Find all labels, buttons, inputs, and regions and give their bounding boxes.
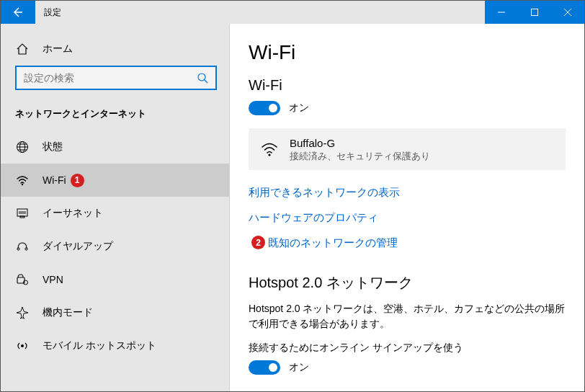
sidebar-item-hotspot[interactable]: モバイル ホットスポット — [1, 329, 229, 362]
sidebar-item-label: ダイヤルアップ — [43, 240, 113, 253]
annotation-badge-1: 1 — [71, 174, 84, 187]
svg-rect-6 — [20, 216, 24, 218]
hotspot-toggle-title: 接続するためにオンライン サインアップを使う — [249, 342, 566, 355]
svg-rect-8 — [25, 248, 27, 250]
wifi-signal-icon — [259, 140, 280, 159]
sidebar-home[interactable]: ホーム — [1, 32, 229, 66]
wifi-icon — [15, 173, 30, 187]
svg-point-1 — [198, 74, 205, 81]
window-title: 設定 — [35, 6, 61, 19]
sidebar-item-label: イーサネット — [43, 207, 103, 220]
hotspot-toggle[interactable] — [249, 360, 280, 375]
sidebar-item-status[interactable]: 状態 — [1, 130, 229, 164]
svg-point-12 — [268, 154, 270, 156]
sidebar-item-label: 状態 — [43, 141, 63, 153]
svg-point-10 — [24, 280, 28, 285]
globe-icon — [15, 140, 30, 154]
network-name: Buffalo-G — [290, 136, 430, 151]
network-status: 接続済み、セキュリティ保護あり — [290, 151, 430, 163]
minimize-button[interactable] — [485, 1, 518, 24]
svg-point-11 — [21, 344, 24, 347]
close-button[interactable] — [551, 1, 584, 24]
annotation-badge-2: 2 — [251, 236, 265, 249]
hotspot-description: Hotspot 2.0 ネットワークは、空港、ホテル、カフェなどの公共の場所で利… — [249, 301, 566, 331]
wifi-section-title: Wi-Fi — [249, 77, 566, 94]
airplane-icon — [15, 306, 30, 320]
dialup-icon — [15, 239, 30, 254]
wifi-toggle[interactable] — [249, 101, 280, 115]
sidebar-item-wifi[interactable]: Wi-Fi 1 — [1, 164, 229, 197]
search-input-wrap[interactable] — [15, 66, 217, 90]
sidebar-item-airplane[interactable]: 機内モード — [1, 296, 229, 329]
link-hardware-properties[interactable]: ハードウェアのプロパティ — [249, 205, 566, 231]
sidebar-item-dialup[interactable]: ダイヤルアップ — [1, 230, 229, 263]
sidebar: ホーム ネットワークとインターネット 状態 Wi-Fi 1 — [1, 24, 230, 391]
search-input[interactable] — [24, 72, 197, 84]
page-title: Wi-Fi — [249, 41, 566, 64]
ethernet-icon — [15, 206, 30, 220]
sidebar-item-label: VPN — [43, 274, 63, 285]
connected-network-card[interactable]: Buffalo-G 接続済み、セキュリティ保護あり — [249, 128, 566, 170]
sidebar-item-ethernet[interactable]: イーサネット — [1, 197, 229, 230]
minimize-icon — [497, 8, 506, 17]
svg-rect-0 — [532, 9, 538, 16]
link-known-networks[interactable]: 既知のネットワークの管理 — [267, 231, 398, 256]
maximize-button[interactable] — [518, 1, 551, 24]
hotspot-section-title: Hotspot 2.0 ネットワーク — [249, 273, 566, 293]
wifi-toggle-label: オン — [289, 102, 309, 115]
content-area: Wi-Fi Wi-Fi オン Buffalo-G 接続済み、セキュリティ保護あり… — [230, 24, 584, 391]
back-button[interactable] — [1, 1, 35, 24]
home-icon — [15, 42, 30, 56]
sidebar-item-label: Wi-Fi — [43, 174, 66, 186]
arrow-left-icon — [12, 6, 24, 18]
sidebar-item-vpn[interactable]: VPN — [1, 263, 229, 296]
window-controls — [485, 1, 584, 24]
sidebar-category: ネットワークとインターネット — [1, 99, 229, 130]
titlebar: 設定 — [1, 1, 584, 24]
svg-rect-7 — [17, 248, 19, 250]
search-icon — [197, 72, 208, 84]
close-icon — [563, 8, 572, 17]
hotspot-icon — [15, 339, 30, 353]
sidebar-item-label: モバイル ホットスポット — [43, 339, 156, 352]
link-show-networks[interactable]: 利用できるネットワークの表示 — [249, 180, 566, 205]
svg-point-4 — [22, 184, 23, 185]
sidebar-home-label: ホーム — [43, 43, 73, 55]
hotspot-toggle-label: オン — [289, 361, 309, 374]
sidebar-item-label: 機内モード — [43, 306, 93, 319]
maximize-icon — [530, 8, 539, 17]
vpn-icon — [15, 272, 30, 287]
